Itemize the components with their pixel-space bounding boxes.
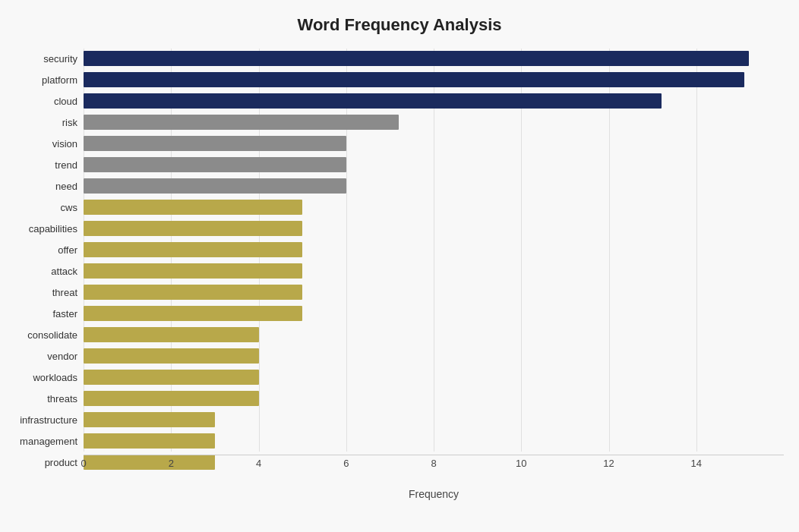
bars-section: securityplatformcloudriskvisiontrendneed… [84, 49, 784, 452]
x-tick: 2 [169, 458, 174, 469]
bar [84, 306, 302, 321]
bar-row: capabilities [84, 219, 784, 238]
x-axis-line [84, 455, 784, 455]
bar-row: workloads [84, 367, 784, 387]
x-axis-label: Frequency [84, 488, 784, 500]
x-tick: 0 [81, 458, 86, 469]
bar-label: vision [2, 138, 77, 150]
bar-row: faster [84, 304, 784, 323]
bar [84, 433, 215, 449]
bar-label: offer [2, 244, 77, 256]
bar [84, 285, 302, 300]
bar [84, 391, 259, 406]
bar-row: risk [84, 112, 784, 132]
bar [84, 72, 744, 87]
chart-container: Word Frequency Analysis securityplatform… [0, 0, 799, 532]
bar-label: capabilities [2, 223, 77, 235]
bar-label: cws [2, 202, 77, 213]
bar [84, 242, 302, 257]
bar-row: offer [84, 240, 784, 260]
bar-label: threats [2, 393, 77, 405]
bar-row: threats [84, 389, 784, 408]
bar-row: need [84, 176, 784, 196]
bar-label: need [2, 181, 77, 192]
bar [84, 327, 259, 342]
bar-row: management [84, 431, 784, 451]
bar [84, 51, 749, 66]
bar-row: cloud [84, 91, 784, 111]
bar-label: workloads [2, 372, 77, 383]
bar-row: cws [84, 197, 784, 217]
bar-row: threat [84, 282, 784, 302]
bar-row: platform [84, 70, 784, 90]
x-axis: 02468101214 [84, 455, 784, 485]
bar-label: attack [2, 266, 77, 277]
bar-label: trend [2, 159, 77, 171]
bar-row: security [84, 49, 784, 68]
bar-row: attack [84, 261, 784, 281]
bar [84, 370, 259, 385]
bar-label: management [2, 436, 77, 447]
bar [84, 200, 302, 215]
bar-row: trend [84, 155, 784, 175]
x-tick: 6 [343, 458, 349, 469]
x-tick: 12 [603, 458, 614, 469]
bar [84, 221, 302, 236]
bar-label: faster [2, 308, 77, 320]
bar-label: vendor [2, 351, 77, 362]
x-tick: 4 [256, 458, 261, 469]
x-tick: 8 [431, 458, 436, 469]
bar [84, 93, 662, 109]
bar-label: threat [2, 287, 77, 298]
bar [84, 136, 346, 151]
bar-label: product [2, 457, 77, 468]
bar-label: platform [2, 74, 77, 86]
bar-row: vendor [84, 346, 784, 366]
bar [84, 157, 346, 172]
x-tick: 10 [516, 458, 526, 469]
bar [84, 263, 302, 279]
bar-row: vision [84, 134, 784, 153]
bar-label: cloud [2, 96, 77, 107]
bar [84, 412, 215, 427]
chart-area: securityplatformcloudriskvisiontrendneed… [84, 49, 784, 482]
bar-label: infrastructure [2, 414, 77, 426]
bar-label: risk [2, 117, 77, 128]
bar-label: consolidate [2, 329, 77, 341]
bar-label: security [2, 53, 77, 65]
chart-title: Word Frequency Analysis [15, 15, 784, 35]
bar [84, 115, 399, 130]
bar [84, 178, 346, 194]
bar-row: consolidate [84, 325, 784, 345]
bar-row: infrastructure [84, 410, 784, 430]
bar [84, 348, 259, 364]
x-tick: 14 [691, 458, 702, 469]
